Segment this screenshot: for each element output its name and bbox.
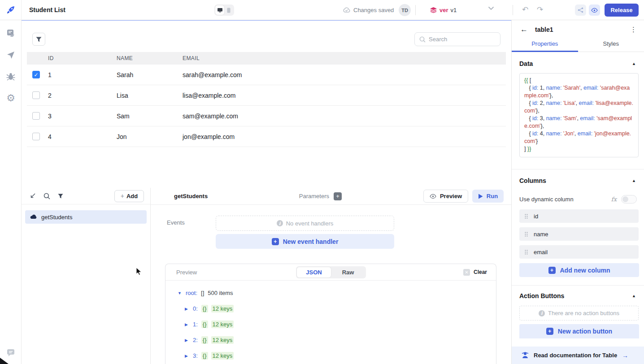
- gear-icon[interactable]: ⚙: [0, 91, 22, 106]
- new-action-button[interactable]: + New action button: [519, 324, 639, 338]
- preview-app-button[interactable]: [589, 4, 600, 16]
- search-icon: [419, 36, 426, 43]
- fx-icon[interactable]: fx: [611, 196, 617, 203]
- table-row[interactable]: 2Lisalisa@example.com: [27, 85, 506, 106]
- json-tree-item[interactable]: ▶1:{}12 keys: [185, 320, 496, 329]
- json-count: 12 keys: [211, 352, 234, 360]
- dynamic-column-row: Use dynamic column fx: [512, 195, 644, 204]
- table-header-id[interactable]: ID: [48, 55, 117, 61]
- device-toggle[interactable]: [214, 4, 234, 16]
- caret-right-icon[interactable]: ▶: [185, 338, 189, 342]
- json-tree-item[interactable]: ▶2:{}12 keys: [185, 335, 496, 345]
- cursor-tool-icon[interactable]: [0, 48, 22, 63]
- clear-response-button[interactable]: ✕ Clear: [463, 269, 487, 276]
- tab-styles[interactable]: Styles: [578, 39, 644, 52]
- query-list-toolbar: + Add: [22, 188, 150, 204]
- collapse-caret-icon[interactable]: ▲: [632, 61, 636, 66]
- new-event-handler-button[interactable]: + New event handler: [216, 234, 394, 249]
- table-search[interactable]: [414, 32, 500, 46]
- avatar[interactable]: TD: [399, 4, 411, 16]
- tab-properties[interactable]: Properties: [512, 39, 578, 52]
- response-preview-header: Preview JSON Raw ✕ Clear: [165, 264, 496, 281]
- column-item-id[interactable]: id: [519, 209, 639, 223]
- table-row[interactable]: 4Jonjon@example.com: [27, 126, 506, 147]
- search-queries-icon[interactable]: [44, 193, 50, 199]
- docs-link[interactable]: Read documentation for Table →: [512, 347, 644, 364]
- clear-icon: ✕: [463, 269, 470, 276]
- desktop-icon: [217, 8, 223, 13]
- table-data-input[interactable]: {{ [ { id: 1, name: 'Sarah', email: 'sar…: [519, 73, 639, 157]
- caret-right-icon[interactable]: ▶: [185, 322, 189, 327]
- table-body: ✓1Sarahsarah@example.com2Lisalisa@exampl…: [27, 65, 506, 147]
- more-options-icon[interactable]: ⋮: [630, 26, 637, 34]
- table-header-name[interactable]: NAME: [117, 55, 183, 61]
- add-new-column-button[interactable]: + Add new column: [519, 263, 639, 277]
- app-logo[interactable]: [0, 0, 22, 20]
- table-header-email[interactable]: EMAIL: [183, 55, 506, 61]
- row-checkbox[interactable]: [32, 112, 40, 120]
- column-item-label: name: [534, 231, 548, 238]
- desktop-toggle[interactable]: [215, 5, 224, 15]
- column-item-email[interactable]: email: [519, 245, 639, 259]
- tab-json[interactable]: JSON: [297, 267, 331, 277]
- row-checkbox[interactable]: [32, 91, 40, 99]
- grip-icon[interactable]: [525, 232, 528, 237]
- query-list-panel: + Add getStudents: [22, 188, 151, 364]
- plus-icon: +: [548, 267, 556, 274]
- undo-icon[interactable]: ↶: [518, 3, 532, 16]
- run-query-button[interactable]: Run: [472, 190, 504, 203]
- add-parameter-button[interactable]: +: [334, 192, 342, 200]
- cell-id: 1: [48, 71, 117, 78]
- table-filter-button[interactable]: [32, 33, 45, 46]
- chevron-down-icon[interactable]: [488, 6, 494, 10]
- column-item-name[interactable]: name: [519, 227, 639, 241]
- parameters-label: Parameters: [299, 193, 329, 199]
- json-key: 2:: [193, 337, 198, 343]
- plus-icon: +: [272, 238, 279, 245]
- action-buttons-title: Action Buttons: [519, 292, 564, 299]
- json-tree-root[interactable]: ▼root:[]500 items: [178, 288, 496, 298]
- version-value: v1: [451, 7, 457, 13]
- json-tree-item[interactable]: ▶3:{}12 keys: [185, 351, 496, 360]
- json-tree-item[interactable]: ▶0:{}12 keys: [185, 304, 496, 313]
- collapse-caret-icon[interactable]: ▲: [632, 294, 636, 298]
- query-list-item[interactable]: getStudents: [25, 210, 147, 224]
- row-checkbox[interactable]: ✓: [32, 71, 40, 78]
- save-status-label: Changes saved: [353, 7, 394, 13]
- tab-raw[interactable]: Raw: [331, 267, 365, 277]
- table-header-row: ID NAME EMAIL: [27, 52, 506, 65]
- collapse-caret-icon[interactable]: ▲: [632, 178, 636, 183]
- release-button[interactable]: Release: [605, 4, 639, 17]
- share-button[interactable]: [575, 4, 586, 16]
- version-selector[interactable]: ver v1: [430, 0, 457, 20]
- preview-query-button[interactable]: Preview: [423, 190, 468, 203]
- preview-query-label: Preview: [440, 193, 462, 199]
- mobile-toggle[interactable]: [224, 5, 233, 15]
- bug-icon[interactable]: [0, 69, 22, 84]
- add-query-button[interactable]: + Add: [114, 190, 144, 202]
- table-widget: ID NAME EMAIL ✓1Sarahsarah@example.com2L…: [27, 52, 506, 147]
- code-line: { id: 1, name: 'Sarah', email: 'sarah@ex…: [524, 84, 634, 100]
- grip-icon[interactable]: [525, 250, 528, 255]
- caret-right-icon[interactable]: ▶: [185, 354, 189, 358]
- dynamic-column-toggle[interactable]: [621, 195, 637, 204]
- eye-icon: [430, 194, 436, 199]
- property-pane-header: ← table1 ⋮: [512, 20, 644, 39]
- redo-icon[interactable]: ↷: [533, 3, 547, 16]
- search-input[interactable]: [429, 36, 492, 43]
- caret-down-icon[interactable]: ▼: [178, 291, 182, 295]
- query-name[interactable]: getStudents: [174, 193, 208, 199]
- caret-right-icon[interactable]: ▶: [185, 307, 189, 311]
- back-icon[interactable]: ←: [520, 25, 528, 34]
- json-bracket: {}: [201, 336, 208, 344]
- table-row[interactable]: 3Samsam@example.com: [27, 106, 506, 126]
- row-checkbox[interactable]: [32, 133, 40, 140]
- widget-name[interactable]: table1: [535, 26, 553, 33]
- table-row[interactable]: ✓1Sarahsarah@example.com: [27, 65, 506, 85]
- filter-queries-icon[interactable]: [58, 194, 63, 199]
- cell-id: 4: [48, 133, 117, 140]
- grip-icon[interactable]: [525, 214, 528, 219]
- pages-icon[interactable]: [0, 26, 22, 41]
- collapse-icon[interactable]: [30, 193, 36, 199]
- code-line: ] }}: [524, 145, 634, 153]
